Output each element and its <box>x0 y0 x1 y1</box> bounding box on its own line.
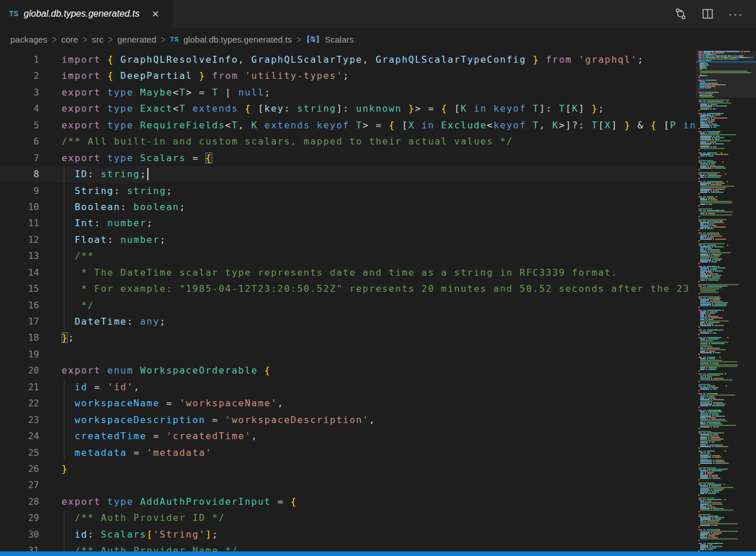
line-number: 11 <box>0 215 39 231</box>
line-number: 31 <box>0 543 39 551</box>
code-line: 7export type Scalars = { <box>0 150 696 166</box>
line-number: 7 <box>0 150 39 166</box>
line-text: id = 'id', <box>39 379 140 395</box>
line-number: 10 <box>0 199 39 215</box>
typescript-file-icon: TS <box>9 10 18 18</box>
line-text: export enum WorkspaceOrderable { <box>39 363 271 379</box>
close-icon[interactable]: ✕ <box>149 7 161 21</box>
line-number: 9 <box>0 183 39 199</box>
breadcrumb: packages > core > src > generated > TS g… <box>0 28 756 51</box>
code-line: 1import { GraphQLResolveInfo, GraphQLSca… <box>0 52 696 68</box>
line-text: id: Scalars['String']; <box>39 527 219 543</box>
minimap[interactable] <box>696 51 756 551</box>
chevron-right-icon: > <box>296 33 301 45</box>
line-text: */ <box>39 298 94 314</box>
line-number: 19 <box>0 346 39 363</box>
line-number: 12 <box>0 232 39 248</box>
breadcrumb-item-filename[interactable]: global.db.types.generated.ts <box>184 35 292 44</box>
line-text: ID: string; <box>39 166 148 182</box>
line-text: export type Scalars = { <box>39 150 212 166</box>
symbol-type-icon: [⍉] <box>306 35 320 44</box>
line-text: /** Auth Provider Name */ <box>39 543 238 551</box>
line-text: export type Maybe<T> = T | null; <box>39 85 271 101</box>
line-text <box>39 346 62 363</box>
chevron-right-icon: > <box>83 33 87 45</box>
line-text: Boolean: boolean; <box>39 199 186 215</box>
breadcrumb-item-generated[interactable]: generated <box>117 35 156 44</box>
code-line: 17 DateTime: any; <box>0 314 696 330</box>
line-text: * For example: "1985-04-12T23:20:50.52Z"… <box>39 281 690 297</box>
editor-tab[interactable]: TS global.db.types.generated.ts ✕ <box>0 0 173 28</box>
code-line: 24 createdTime = 'createdTime', <box>0 428 696 444</box>
code-line: 2import { DeepPartial } from 'utility-ty… <box>0 68 696 84</box>
code-line: 16 */ <box>0 298 696 314</box>
more-actions-icon: ··· <box>728 7 743 21</box>
line-number: 24 <box>0 428 39 444</box>
chevron-right-icon: > <box>108 33 113 45</box>
line-text: /** <box>39 248 94 264</box>
line-text: }; <box>39 330 75 346</box>
chevron-right-icon: > <box>52 33 56 45</box>
code-line: 19 <box>0 346 696 363</box>
chevron-right-icon: > <box>161 33 166 45</box>
code-line: 20export enum WorkspaceOrderable { <box>0 363 696 379</box>
line-number: 6 <box>0 134 39 150</box>
code-line: 23 workspaceDescription = 'workspaceDesc… <box>0 412 696 428</box>
line-text: /** Auth Provider ID */ <box>39 510 225 526</box>
tab-filename: global.db.types.generated.ts <box>24 9 139 19</box>
more-actions-button[interactable]: ··· <box>728 7 743 21</box>
minimap-canvas <box>696 51 756 551</box>
code-line: 18}; <box>0 330 696 346</box>
line-text: metadata = 'metadata' <box>39 445 212 461</box>
line-number: 18 <box>0 330 39 346</box>
code-lines: 1import { GraphQLResolveInfo, GraphQLSca… <box>0 52 696 551</box>
code-line: 22 workspaceName = 'workspaceName', <box>0 395 696 412</box>
code-line: 11 Int: number; <box>0 215 696 231</box>
text-cursor <box>147 168 148 180</box>
line-number: 21 <box>0 379 39 395</box>
code-line: 21 id = 'id', <box>0 379 696 395</box>
code-line: 6/** All built-in and custom scalars, ma… <box>0 134 696 150</box>
breadcrumb-item-src[interactable]: src <box>92 35 104 44</box>
line-text: import { DeepPartial } from 'utility-typ… <box>39 68 349 84</box>
code-line: 25 metadata = 'metadata' <box>0 445 696 461</box>
code-line: 8 ID: string; <box>0 166 696 182</box>
line-text: Int: number; <box>39 215 153 231</box>
line-text: } <box>39 461 68 477</box>
line-number: 3 <box>0 85 39 101</box>
code-line: 3export type Maybe<T> = T | null; <box>0 85 696 101</box>
line-number: 8 <box>0 166 39 182</box>
line-text: /** All built-in and custom scalars, map… <box>39 134 513 150</box>
code-editor[interactable]: 1import { GraphQLResolveInfo, GraphQLSca… <box>0 51 696 551</box>
open-changes-button[interactable] <box>674 7 687 20</box>
line-text: workspaceDescription = 'workspaceDescrip… <box>39 412 376 428</box>
line-text: createdTime = 'createdTime', <box>39 428 258 444</box>
split-editor-button[interactable] <box>702 8 713 20</box>
line-text: DateTime: any; <box>39 314 166 330</box>
code-line: 30 id: Scalars['String']; <box>0 527 696 543</box>
code-line: 10 Boolean: boolean; <box>0 199 696 215</box>
line-text: export type RequireFields<T, K extends k… <box>39 117 696 134</box>
line-number: 2 <box>0 68 39 84</box>
editor-group: 1import { GraphQLResolveInfo, GraphQLSca… <box>0 51 756 551</box>
code-line: 27 <box>0 477 696 493</box>
breadcrumb-item-symbol-scalars[interactable]: Scalars <box>325 35 354 44</box>
code-line: 13 /** <box>0 248 696 264</box>
breadcrumb-item-core[interactable]: core <box>61 35 78 44</box>
line-number: 30 <box>0 527 39 543</box>
line-text: workspaceName = 'workspaceName', <box>39 395 284 412</box>
breadcrumb-item-packages[interactable]: packages <box>10 35 47 44</box>
typescript-file-icon: TS <box>170 36 179 43</box>
open-changes-icon <box>674 7 687 20</box>
code-line: 29 /** Auth Provider ID */ <box>0 510 696 526</box>
code-line: 26} <box>0 461 696 477</box>
line-number: 5 <box>0 117 39 134</box>
line-number: 1 <box>0 52 39 68</box>
line-number: 14 <box>0 265 39 281</box>
line-number: 13 <box>0 248 39 264</box>
line-number: 20 <box>0 363 39 379</box>
line-number: 29 <box>0 510 39 526</box>
line-number: 26 <box>0 461 39 477</box>
line-text: * The DateTime scalar type represents da… <box>39 265 618 281</box>
line-number: 25 <box>0 445 39 461</box>
